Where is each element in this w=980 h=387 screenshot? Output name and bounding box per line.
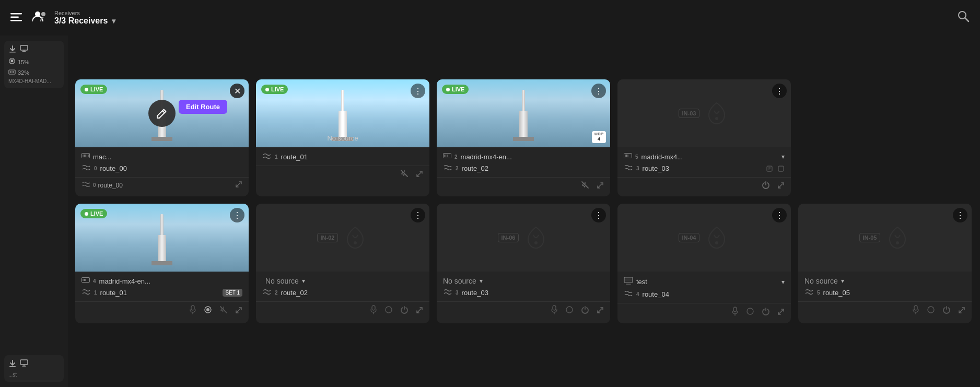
card-3-info: 5 madrid-mx4... ▾ 3 route_03 [617, 147, 791, 177]
card-r2-3-menu-btn[interactable]: ⋮ [772, 208, 787, 222]
card-r2-2-device-row: No source ▾ [443, 277, 604, 285]
search-icon[interactable] [957, 10, 970, 26]
r2-0-body-top [160, 214, 164, 235]
power-icon-3[interactable] [762, 181, 770, 191]
mute-icon-2[interactable] [581, 181, 589, 191]
card-r2-0-route-name: route_01 [100, 289, 127, 297]
card-r2-4-placeholder: IN-05 [798, 204, 972, 272]
left-panel: 15% 32% MX4D-HAI-MAD... [0, 36, 68, 387]
card-0-device-name: mac... [93, 153, 242, 161]
download-icon-2[interactable] [8, 359, 17, 370]
circle-icon-r2-3[interactable] [746, 307, 754, 318]
circle-icon-r2-1[interactable] [384, 306, 393, 316]
card-r2-2-watermark: IN-06 [498, 225, 550, 251]
live-dot [85, 88, 88, 91]
circle-icon-r2-0[interactable] [204, 306, 212, 316]
edit-pencil-btn[interactable] [148, 100, 176, 127]
card-0-bottom-route: 0 route_00 [81, 181, 123, 190]
power-icon-r2-2[interactable] [581, 306, 589, 316]
power-icon-r2-1[interactable] [400, 306, 409, 316]
card-r2-2-nosource: No source [443, 277, 476, 285]
route-icon-1 [262, 153, 272, 161]
card-2-device-name: madrid-mx4-en... [461, 153, 604, 161]
card-r2-2-menu-btn[interactable]: ⋮ [591, 208, 606, 222]
card-r2-0-info: 4 madrid-mx4-en... 1 route_01 SET 1 [75, 272, 249, 301]
card-0-close-btn[interactable]: ✕ [230, 84, 244, 98]
expand-icon-3[interactable] [777, 182, 785, 191]
card-1-route-name: route_01 [281, 153, 308, 161]
card-r2-0-menu-btn[interactable]: ⋮ [230, 208, 244, 222]
download-icon[interactable] [8, 45, 17, 55]
r2-pad [513, 137, 534, 141]
mic-icon-r2-3[interactable] [731, 307, 739, 318]
expand-icon-r2-4[interactable] [958, 307, 965, 315]
svg-line-6 [965, 18, 969, 22]
r2-body-mid [519, 111, 528, 137]
card-r2-3-placeholder: IN-04 [617, 204, 791, 272]
svg-point-61 [715, 241, 718, 244]
expand-icon-r2-3[interactable] [777, 308, 785, 317]
card-0-thumb: LIVE ✕ Edit Route [75, 79, 249, 147]
card-r2-1-route-row: 2 route_02 [262, 288, 423, 297]
card-2: LIVE ⋮ UDP 4 2 madrid-mx4-en... [437, 79, 610, 196]
menu-icon[interactable] [10, 12, 22, 24]
card-3-actions [617, 177, 791, 196]
card-r2-2-chevron[interactable]: ▾ [480, 277, 483, 285]
card-2-menu-btn[interactable]: ⋮ [591, 84, 606, 98]
edit-route-overlay: Edit Route [148, 100, 176, 127]
live-label-r2-0: LIVE [90, 210, 103, 217]
device-icon-r2-0 [81, 277, 90, 285]
live-label-2: LIVE [452, 86, 464, 92]
expand-icon-r2-1[interactable] [416, 307, 423, 315]
card-r2-4-nosource: No source [804, 277, 838, 285]
card-r2-1-menu-btn[interactable]: ⋮ [411, 208, 425, 222]
card-3: IN-03 ⋮ [617, 79, 791, 196]
card-3-thumb: IN-03 ⋮ [617, 79, 791, 147]
power-icon-r2-4[interactable] [942, 306, 951, 316]
mic-icon-r2-1[interactable] [370, 305, 377, 316]
card-r2-3-device-row: test ▾ [624, 277, 785, 287]
route-idx-r2-4: 5 [817, 290, 820, 296]
mute-icon-1[interactable] [400, 169, 409, 180]
card-r2-2-actions [437, 301, 610, 322]
card-3-menu-btn[interactable]: ⋮ [772, 84, 787, 98]
route-idx-0b: 0 [93, 182, 96, 188]
svg-rect-44 [778, 166, 784, 171]
circle-icon-r2-4[interactable] [927, 306, 935, 316]
card-3-device-row: 5 madrid-mx4... ▾ [624, 153, 785, 161]
expand-icon-2[interactable] [597, 182, 604, 191]
card-3-route-name: route_03 [643, 165, 669, 172]
card-r2-3-info: test ▾ 4 route_04 [617, 272, 791, 303]
card-1-thumb: LIVE ⋮ No source [256, 79, 429, 147]
card-1-menu-btn[interactable]: ⋮ [411, 84, 425, 98]
expand-icon-r2-0[interactable] [235, 307, 242, 315]
expand-icon-0[interactable] [235, 181, 242, 190]
udp-num: 4 [598, 137, 600, 142]
card-2-route-name: route_02 [462, 165, 488, 172]
card-r2-3-watermark: IN-04 [679, 225, 730, 251]
card-r2-3-route-name: route_04 [643, 290, 669, 298]
edit-route-tooltip[interactable]: Edit Route [179, 100, 227, 114]
mic-icon-r2-4[interactable] [912, 305, 919, 316]
svg-rect-49 [191, 306, 194, 310]
mute-icon-r2-0[interactable] [219, 306, 228, 316]
card-3-chevron[interactable]: ▾ [781, 153, 785, 160]
mic-icon-r2-0[interactable] [189, 305, 196, 316]
expand-icon-1[interactable] [416, 170, 423, 179]
power-icon-r2-3[interactable] [762, 307, 770, 318]
card-r2-1-chevron[interactable]: ▾ [302, 277, 305, 285]
live-dot-1 [265, 88, 269, 91]
r1-body-top [341, 90, 344, 111]
header-chevron-icon[interactable]: ▾ [112, 17, 115, 25]
card-r2-4-chevron[interactable]: ▾ [841, 277, 844, 285]
r1-body-mid [339, 111, 347, 137]
card-r2-4-menu-btn[interactable]: ⋮ [953, 208, 967, 222]
circle-icon-r2-2[interactable] [565, 306, 574, 316]
card-3-actions-inline [766, 165, 785, 172]
expand-icon-r2-2[interactable] [597, 307, 604, 315]
svg-rect-64 [733, 307, 737, 312]
card-r2-3-chevron[interactable]: ▾ [781, 278, 785, 286]
mic-icon-r2-2[interactable] [551, 305, 558, 316]
route-idx-3: 3 [636, 166, 639, 171]
svg-point-67 [896, 241, 899, 244]
